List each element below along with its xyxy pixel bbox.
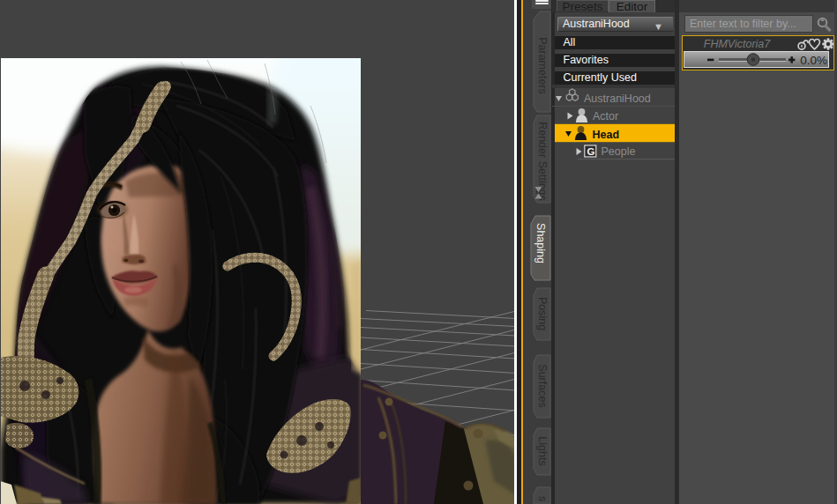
svg-text:Surfaces: Surfaces	[536, 364, 549, 407]
svg-text:G: G	[587, 146, 595, 157]
svg-text:AustraniHood: AustraniHood	[584, 93, 651, 105]
svg-text:0.0%: 0.0%	[800, 53, 827, 66]
svg-text:People: People	[602, 145, 636, 158]
svg-text:Head: Head	[593, 129, 620, 141]
svg-text:Lights: Lights	[536, 436, 549, 465]
svg-text:Parameters: Parameters	[536, 37, 549, 94]
svg-text:Actor: Actor	[593, 110, 618, 122]
svg-text:Posing: Posing	[536, 297, 549, 330]
svg-text:Shaping: Shaping	[534, 223, 547, 263]
svg-text:s: s	[536, 496, 549, 501]
